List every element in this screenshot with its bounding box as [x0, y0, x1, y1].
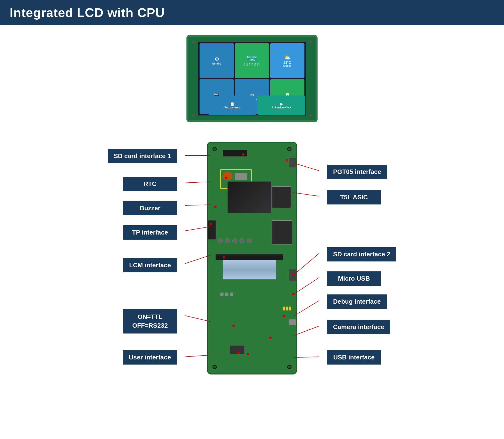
dot-debug: [283, 315, 285, 317]
dot-rtc: [225, 177, 228, 179]
dot-onttl: [232, 325, 235, 327]
screw-tl: [192, 40, 195, 43]
dot-buzzer: [214, 206, 217, 208]
pcb-visual: [207, 142, 297, 375]
screw-br: [309, 114, 312, 117]
svg-line-9: [294, 253, 319, 275]
dot-microusb: [292, 293, 295, 295]
dot-sd1: [242, 153, 245, 156]
label-on-ttl: ON=TTLOFF=RS232: [123, 309, 177, 333]
svg-line-5: [185, 316, 210, 322]
pcb-section: SD card interface 1 RTC Buzzer TP interf…: [19, 137, 485, 403]
t5l-chip: [228, 182, 271, 213]
tile-text-input: Text input DWIN 1234567890 QWERTYUIOP: [235, 43, 269, 78]
label-usb-interface: USB interface: [327, 350, 381, 365]
label-pgt05: PGT05 interface: [327, 165, 387, 179]
dot-usb: [237, 352, 240, 354]
dot-lcm: [223, 256, 225, 258]
svg-line-10: [294, 278, 319, 294]
label-t5l-asic: T5L ASIC: [327, 190, 381, 205]
page-title: Integrated LCD with CPU: [10, 5, 165, 20]
label-sd-card-2: SD card interface 2: [327, 247, 396, 261]
lcd-mockup: ⚙ Setting Text input DWIN 1234567890 QWE…: [186, 35, 318, 122]
dot-camera: [269, 337, 272, 339]
tp-connector: [208, 220, 216, 240]
tile-setting: ⚙ Setting: [200, 43, 234, 78]
svg-line-6: [185, 355, 210, 357]
tile-animation: ▶ Animation effect: [257, 96, 305, 115]
micro-usb-port: [289, 319, 296, 325]
label-user-interface: User interface: [123, 350, 177, 365]
dot-user: [247, 353, 249, 355]
label-micro-usb: Micro USB: [327, 271, 381, 286]
dot-pgt05: [286, 159, 288, 161]
label-rtc: RTC: [123, 177, 177, 191]
label-tp-interface: TP interface: [123, 225, 177, 240]
svg-line-8: [294, 193, 319, 196]
svg-line-11: [294, 301, 319, 316]
lcm-connector: [215, 254, 283, 260]
label-debug: Debug interface: [327, 294, 387, 309]
lcd-display-section: ⚙ Setting Text input DWIN 1234567890 QWE…: [19, 35, 485, 122]
main-content: ⚙ Setting Text input DWIN 1234567890 QWE…: [0, 25, 504, 413]
svg-line-2: [185, 205, 210, 206]
svg-line-13: [294, 357, 319, 357]
screw-bl: [192, 114, 195, 117]
header-bar: Integrated LCD with CPU: [0, 0, 504, 25]
screw-tr: [309, 40, 312, 43]
label-lcm-interface: LCM interface: [123, 258, 177, 272]
svg-line-1: [185, 182, 210, 183]
debug-connector: [283, 306, 291, 310]
tile-popup: 📋 Pop-up menu: [208, 96, 256, 115]
tile-weather: ⛅ 23°C Cloudy: [270, 43, 304, 78]
coil-component: [272, 186, 291, 208]
coil-2: [272, 220, 292, 244]
svg-line-12: [294, 326, 319, 336]
label-buzzer: Buzzer: [123, 201, 177, 215]
dot-tp: [209, 223, 212, 225]
svg-line-3: [185, 227, 210, 231]
label-sd-card-1: SD card interface 1: [108, 149, 177, 163]
svg-line-7: [294, 163, 319, 171]
pgt05-connector: [289, 157, 296, 167]
label-camera: Camera interface: [327, 320, 390, 334]
dot-sd2: [292, 274, 295, 276]
pcb-board: [207, 142, 297, 375]
ribbon-cable: [223, 260, 276, 280]
svg-line-4: [185, 255, 210, 264]
